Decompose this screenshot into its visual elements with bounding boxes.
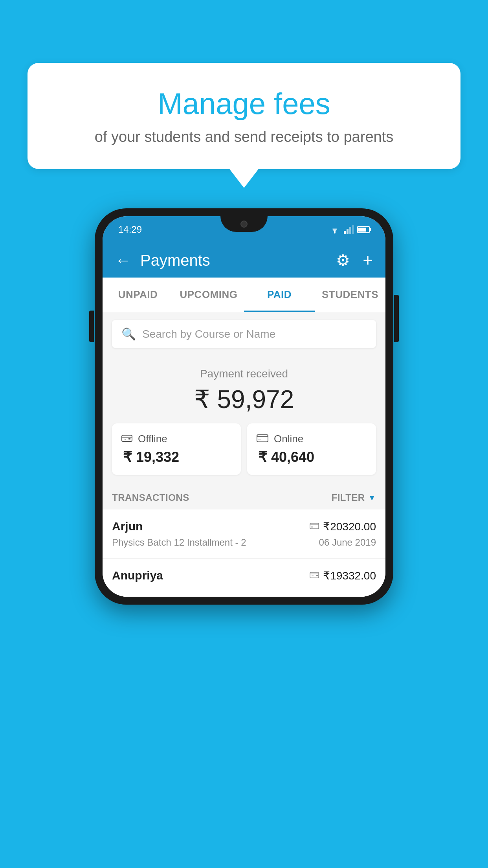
transaction-row-top: Arjun ₹20320.00 [112,520,376,533]
settings-button[interactable]: ⚙ [336,251,350,269]
offline-label-row: Offline [121,433,167,445]
tab-unpaid[interactable]: UNPAID [103,278,173,312]
payment-received-label: Payment received [112,368,376,380]
offline-amount: ₹ 19,332 [121,449,179,465]
transaction-item[interactable]: Arjun ₹20320.00 [103,509,385,559]
transaction-amount: ₹20320.00 [323,520,376,533]
add-button[interactable]: + [363,250,373,270]
transaction-item[interactable]: Anupriya ₹19332.00 [103,559,385,597]
phone-screen: 14:29 [103,216,385,597]
offline-card: Offline ₹ 19,332 [112,423,241,475]
header-title: Payments [140,252,336,269]
search-section: 🔍 Search by Course or Name [103,312,385,356]
tab-students[interactable]: STUDENTS [315,278,385,312]
payment-cards: Offline ₹ 19,332 [112,423,376,475]
tab-paid[interactable]: PAID [244,278,315,312]
online-card: Online ₹ 40,640 [247,423,376,475]
speech-bubble-subtitle: of your students and send receipts to pa… [59,129,429,145]
svg-rect-4 [352,225,354,234]
transaction-card-icon [310,521,319,532]
wifi-icon [329,225,341,234]
status-time: 14:29 [118,224,142,235]
speech-bubble: Manage fees of your students and send re… [28,63,460,169]
transaction-cash-icon [310,570,319,581]
phone-body: 14:29 [95,208,393,605]
transaction-amount: ₹19332.00 [323,569,376,582]
status-bar: 14:29 [103,216,385,243]
search-bar[interactable]: 🔍 Search by Course or Name [112,320,376,348]
svg-rect-9 [310,523,319,529]
transaction-course: Physics Batch 12 Installment - 2 [112,537,246,548]
svg-rect-7 [257,435,268,442]
tabs-bar: UNPAID UPCOMING PAID STUDENTS [103,278,385,312]
transaction-amount-row: ₹20320.00 [310,520,376,533]
speech-bubble-title: Manage fees [59,86,429,121]
svg-rect-1 [344,231,346,234]
online-label-row: Online [257,433,303,445]
svg-rect-6 [128,438,130,440]
transaction-row-top: Anupriya ₹19332.00 [112,569,376,582]
online-amount: ₹ 40,640 [257,449,314,465]
svg-point-0 [334,232,336,234]
transaction-date: 06 June 2019 [319,537,376,548]
back-button[interactable]: ← [115,252,131,269]
battery-icon [357,226,370,233]
speech-bubble-section: Manage fees of your students and send re… [28,63,460,169]
online-icon [257,433,268,445]
svg-rect-12 [316,575,318,576]
tab-upcoming[interactable]: UPCOMING [173,278,244,312]
svg-rect-5 [122,435,132,441]
search-icon: 🔍 [121,327,136,341]
signal-icon [344,225,354,234]
notch-cutout [220,216,268,232]
filter-label: FILTER [331,492,365,503]
svg-rect-8 [258,439,261,440]
camera-dot [240,221,248,228]
status-icons [329,225,370,234]
filter-icon: ▼ [368,493,376,502]
svg-rect-3 [349,227,351,234]
svg-rect-2 [347,229,349,234]
offline-label: Offline [138,433,167,445]
transaction-row-bottom: Physics Batch 12 Installment - 2 06 June… [112,537,376,548]
search-input[interactable]: Search by Course or Name [142,328,275,340]
transactions-header: TRANSACTIONS FILTER ▼ [103,484,385,509]
header-actions: ⚙ + [336,250,373,270]
transaction-name: Anupriya [112,569,163,582]
payment-total-amount: ₹ 59,972 [112,385,376,414]
filter-button[interactable]: FILTER ▼ [331,492,376,503]
payment-summary: Payment received ₹ 59,972 [103,356,385,484]
transaction-name: Arjun [112,520,143,533]
online-label: Online [274,433,303,445]
transaction-amount-row: ₹19332.00 [310,569,376,582]
transactions-label: TRANSACTIONS [112,492,189,503]
app-header: ← Payments ⚙ + [103,243,385,278]
phone-device: 14:29 [95,208,393,605]
offline-icon [121,433,132,445]
svg-rect-10 [311,526,313,528]
